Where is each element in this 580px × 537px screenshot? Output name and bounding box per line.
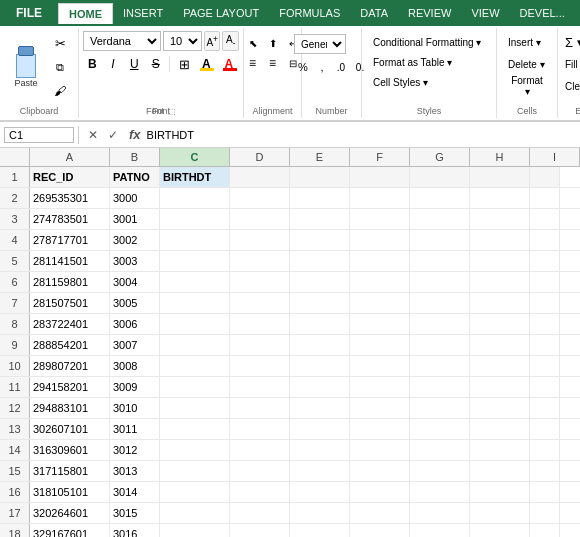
decrease-font-button[interactable]: A- [222,31,239,51]
row-number[interactable]: 14 [0,440,30,460]
cell[interactable]: 281507501 [30,293,110,313]
cell[interactable] [160,251,230,271]
font-size-select[interactable]: 10 [163,31,202,51]
cell[interactable] [230,440,290,460]
cell[interactable]: 281141501 [30,251,110,271]
cell[interactable] [230,272,290,292]
cell[interactable]: 288854201 [30,335,110,355]
row-number[interactable]: 15 [0,461,30,481]
cell[interactable]: 3010 [110,398,160,418]
cell[interactable] [230,209,290,229]
cell[interactable] [290,272,350,292]
cell[interactable]: BIRTHDT [160,167,230,187]
cell[interactable] [530,440,560,460]
cell[interactable] [290,482,350,502]
cell[interactable] [350,167,410,187]
cell[interactable] [470,335,530,355]
align-top-left[interactable]: ⬉ [244,34,262,52]
cell[interactable] [350,398,410,418]
row-number[interactable]: 10 [0,356,30,376]
row-number[interactable]: 16 [0,482,30,502]
cell[interactable]: 3007 [110,335,160,355]
cell[interactable]: 3006 [110,314,160,334]
cell[interactable] [350,335,410,355]
borders-button[interactable]: ⊞ [174,54,194,74]
cell[interactable]: 3003 [110,251,160,271]
cell[interactable] [530,503,560,523]
align-left[interactable]: ≡ [244,54,262,72]
row-number[interactable]: 6 [0,272,30,292]
cancel-icon[interactable]: ✕ [83,125,103,145]
row-number[interactable]: 8 [0,314,30,334]
cell[interactable] [350,503,410,523]
cell[interactable] [410,503,470,523]
strikethrough-button[interactable]: S [146,54,165,74]
cell[interactable] [410,272,470,292]
col-header-i[interactable]: I [530,148,580,166]
cell[interactable]: 3015 [110,503,160,523]
cell[interactable]: 3000 [110,188,160,208]
bold-button[interactable]: B [83,54,102,74]
cell[interactable] [290,419,350,439]
cell[interactable] [410,440,470,460]
cell[interactable] [230,419,290,439]
cell[interactable] [530,251,560,271]
cell[interactable] [470,314,530,334]
file-button[interactable]: FILE [4,2,54,24]
cell[interactable] [230,251,290,271]
cell[interactable] [290,461,350,481]
cell[interactable] [290,230,350,250]
copy-button[interactable]: ⧉ [48,56,72,78]
cell[interactable] [530,335,560,355]
tab-page-layout[interactable]: PAGE LAYOUT [173,3,269,24]
row-number[interactable]: 7 [0,293,30,313]
cell[interactable] [470,251,530,271]
cell[interactable]: 302607101 [30,419,110,439]
cell[interactable]: 3005 [110,293,160,313]
cell[interactable] [410,251,470,271]
cell[interactable] [410,377,470,397]
format-cells-button[interactable]: Format ▾ [507,76,547,96]
clear-button[interactable]: Clear ▾ [564,76,580,96]
cell[interactable] [290,440,350,460]
delete-cells-button[interactable]: Delete ▾ [507,54,547,74]
cell[interactable] [160,209,230,229]
cell[interactable] [470,398,530,418]
cell[interactable] [470,524,530,537]
cell[interactable] [290,398,350,418]
cell[interactable] [410,356,470,376]
cell[interactable] [410,209,470,229]
cell[interactable] [230,167,290,187]
cell[interactable] [470,293,530,313]
cell[interactable]: 320264601 [30,503,110,523]
cell[interactable] [410,230,470,250]
row-number[interactable]: 9 [0,335,30,355]
cell[interactable] [530,461,560,481]
cell-ref-input[interactable]: C1 [4,127,74,143]
row-number[interactable]: 13 [0,419,30,439]
row-number[interactable]: 12 [0,398,30,418]
formula-input[interactable] [147,129,576,141]
col-header-b[interactable]: B [110,148,160,166]
cell[interactable] [530,209,560,229]
cell[interactable] [230,188,290,208]
cell[interactable]: 278717701 [30,230,110,250]
cell[interactable] [470,209,530,229]
cell[interactable] [290,209,350,229]
cell[interactable]: PATNO [110,167,160,187]
cell[interactable] [290,377,350,397]
cell[interactable] [470,419,530,439]
cell[interactable]: REC_ID [30,167,110,187]
cell[interactable] [470,167,530,187]
increase-decimal[interactable]: .0 [332,58,350,76]
cell[interactable]: 3011 [110,419,160,439]
cell[interactable] [470,461,530,481]
font-group-expand[interactable]: ⬚ [168,107,176,116]
cell[interactable] [230,524,290,537]
cell[interactable] [230,482,290,502]
cell[interactable] [530,167,560,187]
cell[interactable] [160,314,230,334]
paste-button[interactable]: Paste [6,43,46,91]
cell[interactable] [290,314,350,334]
cell[interactable]: 283722401 [30,314,110,334]
